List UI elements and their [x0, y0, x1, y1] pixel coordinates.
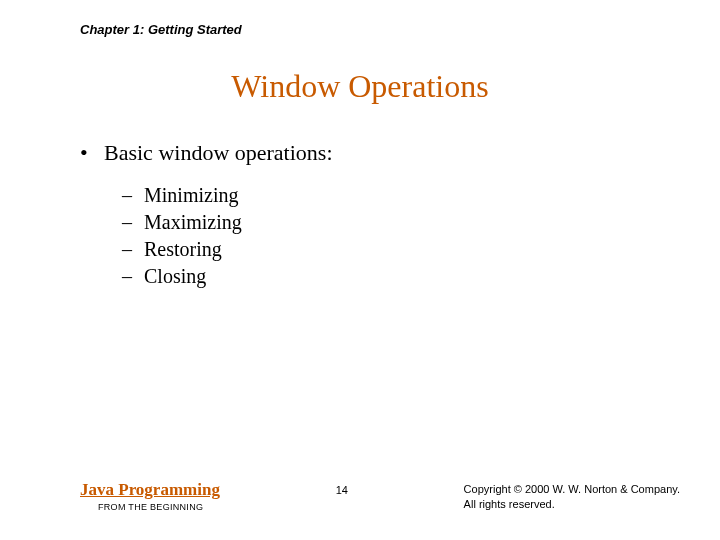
copyright-line: Copyright © 2000 W. W. Norton & Company.: [464, 482, 680, 497]
footer: Java Programming FROM THE BEGINNING 14 C…: [80, 480, 680, 512]
chapter-header: Chapter 1: Getting Started: [80, 22, 242, 37]
copyright-block: Copyright © 2000 W. W. Norton & Company.…: [464, 482, 680, 512]
bullet-secondary-item: Closing: [80, 263, 640, 290]
book-subtitle: FROM THE BEGINNING: [80, 502, 220, 512]
bullet-primary: Basic window operations:: [80, 140, 640, 166]
book-title-block: Java Programming FROM THE BEGINNING: [80, 480, 220, 512]
bullet-secondary-item: Minimizing: [80, 182, 640, 209]
content-area: Basic window operations: Minimizing Maxi…: [80, 140, 640, 290]
book-title: Java Programming: [80, 480, 220, 500]
bullet-secondary-item: Restoring: [80, 236, 640, 263]
bullet-secondary-item: Maximizing: [80, 209, 640, 236]
slide-title: Window Operations: [0, 68, 720, 105]
page-number: 14: [336, 484, 348, 496]
copyright-line: All rights reserved.: [464, 497, 680, 512]
